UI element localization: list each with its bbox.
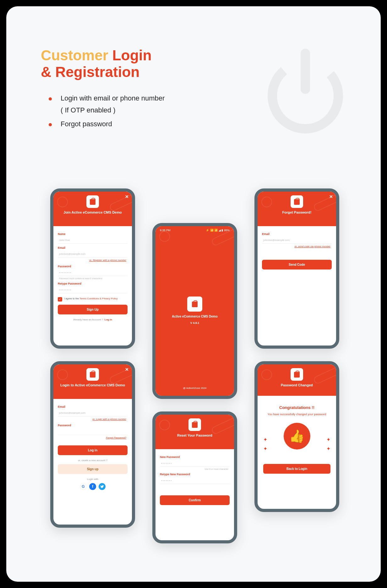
password-label: Password [58, 265, 128, 268]
close-icon[interactable]: ✕ [125, 194, 129, 199]
login-link[interactable]: Log in [105, 318, 112, 321]
register-phone-link[interactable]: or, Register with a phone number [58, 258, 128, 265]
thumbs-up-icon: 👍 [284, 423, 310, 449]
app-logo [291, 368, 303, 381]
success-badge: 👍 [284, 423, 310, 449]
phone-splash: 6:38 PM ⚡ 📶 📶 ◢ ▮ 95% Active eCommerce C… [152, 223, 237, 399]
close-icon[interactable]: ✕ [125, 367, 129, 372]
phone-signup: ✕ Join Active eCommerce CMS Demo Name Jo… [50, 188, 135, 349]
close-icon[interactable]: ✕ [329, 194, 333, 199]
feature-item: Login with email or phone number [49, 94, 346, 102]
sparkle-icon: ✦ [263, 446, 267, 452]
password-help: Use 8 or more character [160, 467, 230, 473]
bag-icon [191, 421, 198, 428]
confirm-button[interactable]: Confirm [160, 495, 230, 505]
app-logo [86, 195, 99, 208]
send-via-phone-link[interactable]: or, send code via phone number [262, 244, 332, 251]
signup-button[interactable]: Sign up [58, 464, 128, 474]
password-help: Password must contain at least 6 charact… [58, 277, 128, 282]
name-label: Name [58, 232, 128, 236]
google-login-button[interactable]: G [80, 483, 87, 490]
password-label: Password [58, 424, 128, 427]
password-input[interactable]: • • • • • • • • [58, 269, 128, 276]
retype-input[interactable]: • • • • • • • • [58, 286, 128, 293]
retype-new-password-label: Retype New Password [160, 473, 230, 476]
sparkle-icon: ✦ [326, 437, 330, 443]
phone-reset-password: Reset Your Password New Password • • • •… [152, 411, 237, 543]
email-label: Email [262, 232, 332, 236]
title-word-login: Login [112, 47, 152, 63]
login-with-label: Login with [58, 478, 128, 481]
email-input[interactable]: johndoe@example.com [58, 410, 128, 416]
retype-label: Retype Password [58, 282, 128, 285]
send-code-button[interactable]: Send Code [262, 260, 332, 270]
app-logo [188, 418, 201, 431]
app-logo [86, 368, 99, 381]
signup-button[interactable]: Sign Up [58, 305, 128, 314]
facebook-login-button[interactable]: f [89, 483, 96, 490]
email-input[interactable]: johndoe@example.com [58, 251, 128, 258]
sparkle-icon: ✦ [263, 437, 267, 443]
new-password-input[interactable]: • • • • • • • [160, 460, 230, 467]
phone-password-changed: Password Changed Congratulations !! You … [254, 361, 339, 512]
new-password-label: New Password [160, 455, 230, 459]
bag-icon [191, 300, 198, 308]
back-to-login-button[interactable]: Back to Login [263, 464, 330, 474]
login-phone-link[interactable]: or, Login with a phone number [58, 417, 128, 424]
title-word-customer: Customer [41, 47, 108, 63]
have-account-text: Already have an Account ? Log in [58, 318, 128, 321]
agree-row: ✓ I agree to the Terms Conditions & Priv… [58, 297, 128, 302]
social-login-row: G f [58, 483, 128, 490]
bag-icon [89, 198, 96, 205]
feature-item: Forgot password [49, 120, 346, 128]
twitter-login-button[interactable] [99, 483, 106, 490]
app-logo [291, 195, 303, 208]
title-word-registration: & Registration [41, 64, 139, 80]
bag-icon [293, 371, 300, 378]
promo-card: Customer Login & Registration Login with… [6, 6, 381, 582]
sparkle-icon: ✦ [326, 446, 330, 452]
password-input[interactable] [58, 428, 128, 435]
login-button[interactable]: Log in [58, 445, 128, 455]
phone-mockups: ✕ Join Active eCommerce CMS Demo Name Jo… [6, 188, 381, 581]
retype-new-password-input[interactable]: • • • • • • • [160, 477, 230, 484]
email-input[interactable]: johndoe@example.com [262, 237, 332, 244]
phone-login: ✕ Login to Active eCommerce CMS Demo Ema… [50, 361, 135, 528]
bag-icon [89, 371, 96, 378]
congrats-title: Congratulations !! [263, 405, 330, 410]
create-account-prompt: or, create a new account ? [58, 459, 128, 462]
app-logo [187, 297, 202, 312]
name-input[interactable]: John Doe [58, 237, 128, 244]
agree-checkbox[interactable]: ✓ [58, 297, 62, 302]
terms-link[interactable]: Terms Conditions & Privacy Policy [79, 297, 117, 300]
agree-text: I agree to the [64, 297, 79, 300]
success-message: You have successfully changed your passw… [263, 412, 330, 416]
email-label: Email [58, 246, 128, 249]
bag-icon [293, 198, 300, 205]
forgot-password-link[interactable]: Forgot Password? [58, 436, 128, 442]
email-label: Email [58, 405, 128, 408]
phone-forgot-password: ✕ Forget Password! Email johndoe@example… [254, 188, 339, 349]
